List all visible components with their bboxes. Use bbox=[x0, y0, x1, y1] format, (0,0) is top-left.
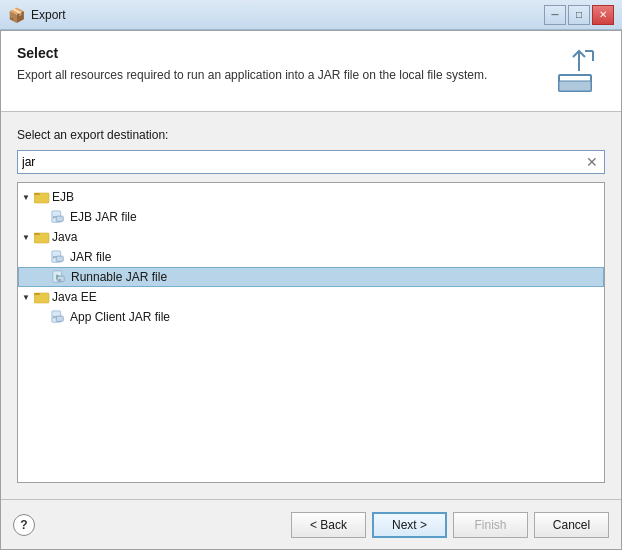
folder-icon-java bbox=[34, 230, 50, 244]
search-input[interactable] bbox=[18, 155, 582, 169]
title-bar-title: Export bbox=[31, 8, 66, 22]
back-button[interactable]: < Back bbox=[291, 512, 366, 538]
content-area: Select an export destination: ✕ ▼ EJB bbox=[1, 112, 621, 499]
destination-label: Select an export destination: bbox=[17, 128, 605, 142]
tree-container[interactable]: ▼ EJB jar EJB JAR file ▼ bbox=[17, 182, 605, 483]
tree-item-java-ee[interactable]: ▼ Java EE bbox=[18, 287, 604, 307]
tree-label-app-client-jar: App Client JAR file bbox=[70, 310, 170, 324]
tree-label-jar: JAR file bbox=[70, 250, 111, 264]
header-description: Export all resources required to run an … bbox=[17, 67, 497, 84]
header-text: Select Export all resources required to … bbox=[17, 45, 553, 84]
tree-item-runnable-jar[interactable]: jar Runnable JAR file bbox=[18, 267, 604, 287]
tree-toggle-ejb[interactable]: ▼ bbox=[18, 189, 34, 205]
title-bar: 📦 Export ─ □ ✕ bbox=[0, 0, 622, 30]
file-icon-app-client-jar: jar bbox=[50, 310, 66, 324]
tree-label-java-ee: Java EE bbox=[52, 290, 97, 304]
maximize-button[interactable]: □ bbox=[568, 5, 590, 25]
folder-icon-ejb bbox=[34, 190, 50, 204]
svg-rect-20 bbox=[34, 293, 40, 295]
tree-item-ejb-jar[interactable]: jar EJB JAR file bbox=[18, 207, 604, 227]
svg-text:jar: jar bbox=[52, 255, 58, 259]
file-icon-runnable-jar: jar bbox=[51, 270, 67, 284]
folder-icon-java-ee bbox=[34, 290, 50, 304]
header-icon bbox=[553, 45, 605, 97]
tree-label-ejb-jar: EJB JAR file bbox=[70, 210, 137, 224]
file-icon-ejb-jar: jar bbox=[50, 210, 66, 224]
tree-toggle-java[interactable]: ▼ bbox=[18, 229, 34, 245]
search-clear-button[interactable]: ✕ bbox=[582, 152, 602, 172]
button-bar-right: < Back Next > Finish Cancel bbox=[291, 512, 609, 538]
export-icon-svg bbox=[555, 47, 603, 95]
header-section: Select Export all resources required to … bbox=[1, 31, 621, 112]
minimize-button[interactable]: ─ bbox=[544, 5, 566, 25]
file-icon-jar: jar bbox=[50, 250, 66, 264]
tree-label-ejb: EJB bbox=[52, 190, 74, 204]
next-button[interactable]: Next > bbox=[372, 512, 447, 538]
close-button[interactable]: ✕ bbox=[592, 5, 614, 25]
svg-rect-22 bbox=[56, 316, 63, 321]
finish-button[interactable]: Finish bbox=[453, 512, 528, 538]
svg-rect-11 bbox=[34, 233, 40, 235]
svg-rect-8 bbox=[56, 216, 63, 221]
tree-toggle-java-ee[interactable]: ▼ bbox=[18, 289, 34, 305]
button-bar: ? < Back Next > Finish Cancel bbox=[1, 499, 621, 549]
tree-item-ejb[interactable]: ▼ EJB bbox=[18, 187, 604, 207]
svg-rect-6 bbox=[34, 193, 40, 195]
tree-item-java[interactable]: ▼ Java bbox=[18, 227, 604, 247]
title-bar-left: 📦 Export bbox=[8, 7, 66, 23]
header-title: Select bbox=[17, 45, 553, 61]
tree-label-java: Java bbox=[52, 230, 77, 244]
tree-label-runnable-jar: Runnable JAR file bbox=[71, 270, 167, 284]
dialog: Select Export all resources required to … bbox=[0, 30, 622, 550]
title-bar-controls: ─ □ ✕ bbox=[544, 5, 614, 25]
svg-text:jar: jar bbox=[57, 278, 61, 282]
title-bar-icon: 📦 bbox=[8, 7, 25, 23]
search-row: ✕ bbox=[17, 150, 605, 174]
button-bar-left: ? bbox=[13, 514, 35, 536]
svg-rect-1 bbox=[559, 81, 591, 91]
tree-item-jar[interactable]: jar JAR file bbox=[18, 247, 604, 267]
cancel-button[interactable]: Cancel bbox=[534, 512, 609, 538]
tree-item-app-client-jar[interactable]: jar App Client JAR file bbox=[18, 307, 604, 327]
svg-rect-13 bbox=[56, 256, 63, 261]
help-button[interactable]: ? bbox=[13, 514, 35, 536]
svg-text:jar: jar bbox=[52, 215, 58, 219]
svg-text:jar: jar bbox=[52, 315, 58, 319]
